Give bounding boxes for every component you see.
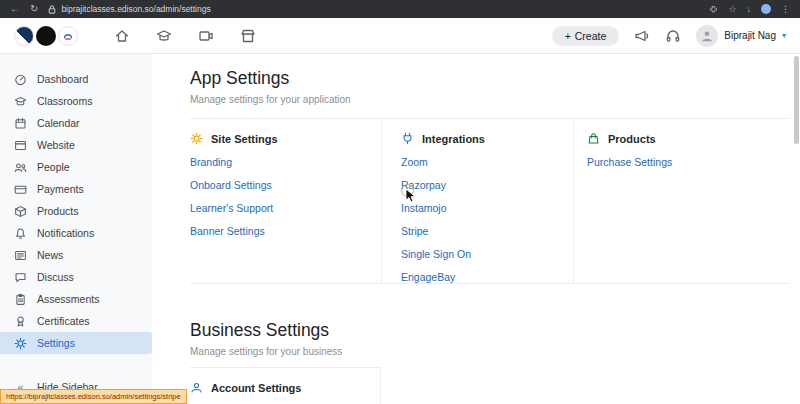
sidebar: Dashboard Classrooms Calendar Website Pe…	[0, 54, 152, 404]
scrollbar-thumb[interactable]	[794, 56, 799, 144]
announcements-icon[interactable]	[634, 28, 650, 44]
download-icon[interactable]: ↓	[747, 5, 752, 14]
back-icon[interactable]: ←	[10, 4, 20, 14]
plus-icon: +	[565, 30, 571, 42]
business-settings-subtitle: Manage settings for your business	[190, 346, 800, 357]
sidebar-item-label: Classrooms	[37, 95, 92, 107]
classrooms-nav-icon[interactable]	[156, 28, 172, 44]
brand-logos	[14, 26, 78, 46]
sidebar-item-assessments[interactable]: Assessments	[0, 288, 152, 310]
reload-icon[interactable]: ↻	[30, 4, 38, 14]
video-nav-icon[interactable]	[198, 28, 214, 44]
lock-icon	[48, 5, 56, 14]
products-title: Products	[608, 133, 656, 145]
sidebar-item-products[interactable]: Products	[0, 200, 152, 222]
settings-content: App Settings Manage settings for your ap…	[152, 54, 800, 404]
sidebar-item-label: Settings	[37, 337, 75, 349]
main-layout: Dashboard Classrooms Calendar Website Pe…	[0, 54, 800, 404]
link-learners-support[interactable]: Learner's Support	[190, 202, 381, 214]
products-header: Products	[587, 132, 790, 145]
link-onboard-settings[interactable]: Onboard Settings	[190, 179, 381, 191]
site-settings-section: Site Settings Branding Onboard Settings …	[190, 119, 381, 283]
sidebar-item-label: News	[37, 249, 63, 261]
sidebar-item-label: Payments	[37, 183, 84, 195]
sidebar-item-settings[interactable]: Settings	[0, 332, 152, 354]
link-branding[interactable]: Branding	[190, 156, 381, 168]
user-chevron-down-icon: ▾	[782, 31, 786, 40]
people-icon	[14, 161, 27, 174]
sidebar-item-label: Dashboard	[37, 73, 88, 85]
account-settings-title: Account Settings	[211, 382, 301, 394]
link-single-sign-on[interactable]: Single Sign On	[401, 248, 573, 260]
integrations-header: Integrations	[401, 132, 573, 145]
sidebar-item-website[interactable]: Website	[0, 134, 152, 156]
sidebar-item-calendar[interactable]: Calendar	[0, 112, 152, 134]
app-settings-title: App Settings	[190, 68, 800, 89]
link-banner-settings[interactable]: Banner Settings	[190, 225, 381, 237]
brand-logo-primary[interactable]	[14, 26, 34, 46]
header-nav	[114, 28, 256, 44]
user-name: Biprajit Nag	[724, 30, 776, 41]
sidebar-item-classrooms[interactable]: Classrooms	[0, 90, 152, 112]
browser-profile-avatar[interactable]	[761, 4, 771, 14]
address-bar[interactable]: biprajitclasses.edison.so/admin/settings	[48, 4, 210, 14]
sidebar-item-payments[interactable]: Payments	[0, 178, 152, 200]
home-icon[interactable]	[114, 28, 130, 44]
sidebar-item-label: Notifications	[37, 227, 94, 239]
sidebar-item-label: Website	[37, 139, 75, 151]
chat-bubble-icon	[14, 271, 27, 284]
link-purchase-settings[interactable]: Purchase Settings	[587, 156, 790, 168]
gear-icon	[14, 337, 27, 350]
url-text: biprajitclasses.edison.so/admin/settings	[61, 4, 210, 14]
browser-menu-icon[interactable]: ⋮	[781, 5, 790, 14]
products-bag-icon	[587, 132, 600, 145]
link-zoom[interactable]: Zoom	[401, 156, 573, 168]
dashboard-icon	[14, 73, 27, 86]
link-instamojo[interactable]: Instamojo	[401, 202, 573, 214]
sidebar-item-label: Certificates	[37, 315, 90, 327]
extensions-icon[interactable]	[709, 5, 718, 14]
account-settings-header: Account Settings	[190, 381, 380, 394]
site-settings-gear-icon	[190, 132, 203, 145]
sidebar-item-news[interactable]: News	[0, 244, 152, 266]
sidebar-item-label: Assessments	[37, 293, 99, 305]
integrations-title: Integrations	[422, 133, 485, 145]
brand-logo-secondary[interactable]	[36, 26, 56, 46]
header-actions: + Create Biprajit Nag ▾	[552, 25, 786, 47]
sidebar-item-certificates[interactable]: Certificates	[0, 310, 152, 332]
account-settings-section: Account Settings Account Details	[190, 367, 381, 404]
browser-actions: ☆ ↓ ⋮	[709, 4, 790, 14]
sidebar-item-label: Calendar	[37, 117, 80, 129]
credit-card-icon	[14, 183, 27, 196]
sidebar-item-people[interactable]: People	[0, 156, 152, 178]
sidebar-item-discuss[interactable]: Discuss	[0, 266, 152, 288]
bookmark-star-icon[interactable]: ☆	[728, 5, 736, 14]
app-settings-grid: Site Settings Branding Onboard Settings …	[190, 118, 790, 284]
create-button-label: Create	[575, 30, 607, 42]
clipboard-icon	[14, 293, 27, 306]
sidebar-item-label: Products	[37, 205, 78, 217]
screen: ← ↻ biprajitclasses.edison.so/admin/sett…	[0, 0, 800, 404]
business-settings-grid: Account Settings Account Details	[190, 367, 790, 404]
integrations-plug-icon	[401, 132, 414, 145]
store-nav-icon[interactable]	[240, 28, 256, 44]
user-avatar	[696, 25, 718, 47]
calendar-icon	[14, 117, 27, 130]
box-icon	[14, 205, 27, 218]
sidebar-item-label: Discuss	[37, 271, 74, 283]
link-status-bubble: https://biprajitclasses.edison.so/admin/…	[0, 389, 187, 404]
app-header: + Create Biprajit Nag ▾	[0, 18, 800, 54]
page-scrollbar[interactable]	[794, 56, 799, 402]
graduation-cap-icon	[14, 95, 27, 108]
account-person-icon	[190, 381, 203, 394]
link-razorpay[interactable]: Razorpay	[401, 179, 573, 191]
user-menu[interactable]: Biprajit Nag ▾	[696, 25, 786, 47]
create-button[interactable]: + Create	[552, 26, 620, 46]
support-headset-icon[interactable]	[665, 28, 681, 44]
link-engagebay[interactable]: EngageBay	[401, 271, 573, 283]
link-stripe[interactable]: Stripe	[401, 225, 573, 237]
sidebar-item-dashboard[interactable]: Dashboard	[0, 68, 152, 90]
integrations-section: Integrations Zoom Razorpay Instamojo Str…	[381, 119, 573, 283]
sidebar-item-notifications[interactable]: Notifications	[0, 222, 152, 244]
brand-logo-edison[interactable]	[58, 26, 78, 46]
